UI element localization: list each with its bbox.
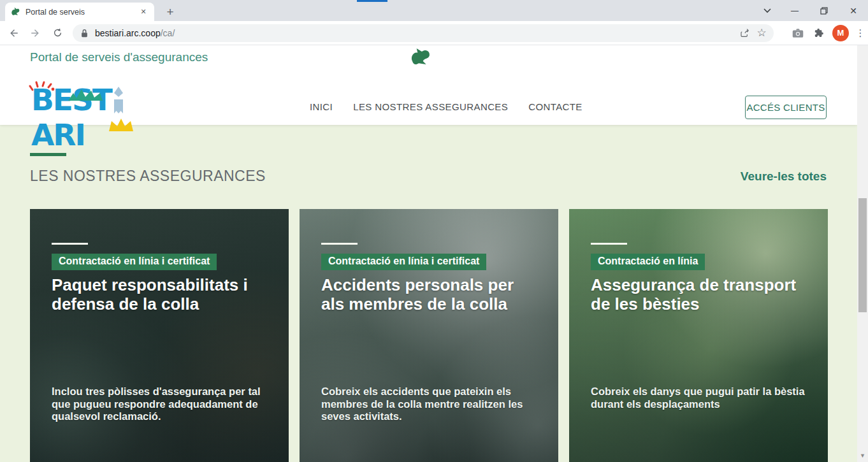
extensions-puzzle-icon[interactable] <box>809 24 827 42</box>
minimize-button[interactable]: — <box>780 0 809 21</box>
card-badge: Contractació en línia <box>591 254 705 270</box>
browser-menu-icon[interactable]: ⋮ <box>853 24 868 42</box>
reload-icon[interactable] <box>49 24 66 42</box>
page-scrollbar[interactable]: ▼ <box>857 45 868 462</box>
favicon-dragon-icon <box>10 7 20 17</box>
browser-tab[interactable]: Portal de serveis ✕ <box>5 3 154 21</box>
toolbar-right: M ⋮ <box>779 24 868 42</box>
nav-item-inici[interactable]: INICI <box>310 101 333 112</box>
acces-clients-button[interactable]: ACCÉS CLIENTS <box>745 96 827 119</box>
card-transport-besties[interactable]: Contractació en línia Assegurança de tra… <box>569 209 828 462</box>
card-badge: Contractació en línia i certificat <box>321 254 486 270</box>
card-badge: Contractació en línia i certificat <box>52 254 217 270</box>
logo-crown-icon <box>106 105 136 140</box>
tab-search-chevron-icon[interactable] <box>755 0 780 21</box>
card-title: Paquet responsabilitats i defensa de la … <box>52 275 267 314</box>
site-header: Portal de serveis d'assegurances BEST <box>0 45 857 125</box>
card-description: Cobreix els accidents que pateixin els m… <box>321 386 539 423</box>
url-text[interactable]: bestiari.arc.coop/ca/ <box>95 28 737 38</box>
tab-title: Portal de serveis <box>25 8 138 17</box>
card-paquet-responsabilitats[interactable]: Contractació en línia i certificat Paque… <box>30 209 289 462</box>
bestiari-logo[interactable]: BEST ARI <box>30 68 177 119</box>
share-icon[interactable] <box>737 25 753 41</box>
close-window-button[interactable]: ✕ <box>839 0 868 21</box>
new-tab-button[interactable]: + <box>162 4 178 20</box>
window-controls: — ✕ <box>755 0 868 21</box>
card-description: Inclou tres pòlisses d'assegurança per t… <box>52 386 270 423</box>
address-bar[interactable]: bestiari.arc.coop/ca/ ☆ <box>73 24 774 42</box>
card-accent-bar <box>591 243 627 245</box>
scrollbar-thumb[interactable] <box>858 198 867 312</box>
url-host: bestiari.arc.coop <box>95 28 161 38</box>
section-accent-bar <box>30 153 66 156</box>
card-content: Contractació en línia i certificat Paque… <box>30 209 289 462</box>
bookmark-star-icon[interactable]: ☆ <box>753 25 770 41</box>
logo-wordmark: BEST ARI <box>31 82 177 152</box>
tab-strip: Portal de serveis ✕ + — ✕ <box>0 0 868 21</box>
back-icon[interactable] <box>5 24 22 42</box>
see-all-link[interactable]: Veure-les totes <box>741 170 827 184</box>
card-content: Contractació en línia Assegurança de tra… <box>569 209 828 462</box>
tab-close-icon[interactable]: ✕ <box>138 6 149 18</box>
card-accidents-personals[interactable]: Contractació en línia i certificat Accid… <box>300 209 558 462</box>
card-accent-bar <box>52 243 88 245</box>
scrollbar-down-arrow-icon[interactable]: ▼ <box>857 451 868 460</box>
camera-icon[interactable] <box>789 24 807 42</box>
main-nav: INICI LES NOSTRES ASSEGURANCES CONTACTE <box>310 101 582 112</box>
logo-text-ari: ARI <box>31 117 85 152</box>
nav-item-contacte[interactable]: CONTACTE <box>528 101 582 112</box>
card-title: Accidents personals per als membres de l… <box>321 275 537 314</box>
lock-icon <box>80 29 89 38</box>
header-dragon-icon <box>409 48 435 70</box>
card-title: Assegurança de transport de les bèsties <box>591 275 806 314</box>
background-window-edge <box>357 0 387 2</box>
card-description: Cobreix els danys que pugui patir la bès… <box>591 386 809 410</box>
page-viewport: Portal de serveis d'assegurances BEST <box>0 45 857 462</box>
forward-icon[interactable] <box>27 24 45 42</box>
card-content: Contractació en línia i certificat Accid… <box>300 209 558 462</box>
browser-toolbar: bestiari.arc.coop/ca/ ☆ M ⋮ <box>0 21 868 45</box>
url-path: /ca/ <box>161 28 175 38</box>
restore-button[interactable] <box>809 0 839 21</box>
logo-dragon-crest-icon <box>68 73 103 108</box>
card-accent-bar <box>321 243 358 245</box>
section-title: LES NOSTRES ASSEGURANCES <box>30 168 266 185</box>
site-tagline: Portal de serveis d'assegurances <box>30 50 208 64</box>
profile-avatar[interactable]: M <box>832 25 849 41</box>
insurance-cards: Contractació en línia i certificat Paque… <box>30 209 828 462</box>
nav-item-assegurances[interactable]: LES NOSTRES ASSEGURANCES <box>353 101 508 112</box>
logo-sparks-icon <box>29 72 55 107</box>
